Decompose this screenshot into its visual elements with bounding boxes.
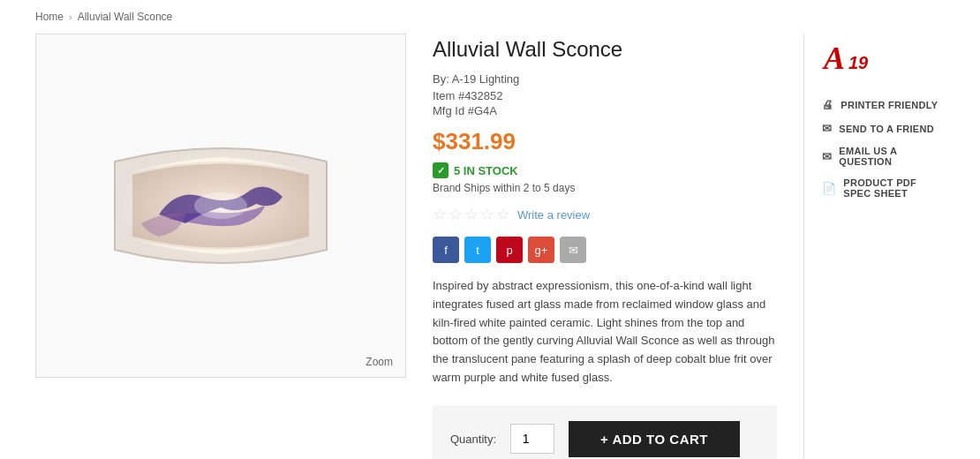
facebook-icon[interactable]: f <box>433 237 459 263</box>
by-line: By: A-19 Lighting <box>433 72 777 86</box>
stock-status: 5 IN STOCK <box>454 164 518 177</box>
write-review-link[interactable]: Write a review <box>517 208 590 222</box>
send-friend-label: SEND TO A FRIEND <box>839 124 934 134</box>
star-2[interactable]: ☆ <box>449 205 463 224</box>
social-icons-row: f t p g+ ✉ <box>433 237 777 263</box>
breadcrumb-arrow: › <box>69 11 72 22</box>
stars-review-row: ☆ ☆ ☆ ☆ ☆ Write a review <box>433 205 777 224</box>
brand-name: A-19 Lighting <box>452 72 520 86</box>
mfg-id: G4A <box>474 104 497 117</box>
brand-logo: A 19 <box>822 39 945 80</box>
star-3[interactable]: ☆ <box>464 205 479 224</box>
item-label: Item # <box>433 89 464 102</box>
quantity-label: Quantity: <box>450 433 496 446</box>
brand-logo-svg: A 19 <box>822 39 893 74</box>
breadcrumb-current: Alluvial Wall Sconce <box>78 11 173 23</box>
email-question-action[interactable]: ✉ EMAIL US A QUESTION <box>822 146 945 167</box>
printer-friendly-label: PRINTER FRIENDLY <box>841 100 938 110</box>
twitter-icon[interactable]: t <box>464 237 491 263</box>
product-description: Inspired by abstract expressionism, this… <box>433 277 777 388</box>
gplus-icon[interactable]: g+ <box>528 237 554 263</box>
send-friend-icon: ✉ <box>822 122 832 135</box>
svg-text:A: A <box>822 41 845 74</box>
product-image <box>88 109 353 303</box>
sidebar-actions: 🖨 PRINTER FRIENDLY ✉ SEND TO A FRIEND ✉ … <box>822 98 945 199</box>
ships-line: Brand Ships within 2 to 5 days <box>433 182 777 194</box>
right-sidebar: A 19 🖨 PRINTER FRIENDLY ✉ SEND TO A FRIE… <box>803 34 945 459</box>
email-question-label: EMAIL US A QUESTION <box>839 146 945 167</box>
product-details: Alluvial Wall Sconce By: A-19 Lighting I… <box>433 34 777 459</box>
star-rating[interactable]: ☆ ☆ ☆ ☆ ☆ <box>433 205 510 224</box>
star-5[interactable]: ☆ <box>496 205 510 224</box>
mfg-label: Mfg Id # <box>433 104 474 117</box>
by-label: By: <box>433 72 449 86</box>
item-line: Item #432852 <box>433 89 777 102</box>
quantity-input[interactable] <box>510 424 554 454</box>
product-title: Alluvial Wall Sconce <box>433 37 777 62</box>
svg-text:19: 19 <box>848 53 869 72</box>
breadcrumb: Home › Alluvial Wall Sconce <box>0 0 980 34</box>
item-number: 432852 <box>464 89 502 102</box>
star-4[interactable]: ☆ <box>480 205 494 224</box>
send-friend-action[interactable]: ✉ SEND TO A FRIEND <box>822 122 945 135</box>
printer-icon: 🖨 <box>822 98 833 111</box>
zoom-label[interactable]: Zoom <box>366 356 393 368</box>
star-1[interactable]: ☆ <box>433 205 447 224</box>
mfg-line: Mfg Id #G4A <box>433 104 777 117</box>
checkmark-icon: ✓ <box>433 162 449 178</box>
pdf-spec-label: PRODUCT PDF SPEC SHEET <box>843 177 945 199</box>
pdf-spec-action[interactable]: 📄 PRODUCT PDF SPEC SHEET <box>822 177 945 199</box>
add-to-cart-row: Quantity: + ADD TO CART <box>433 405 777 459</box>
svg-point-0 <box>194 192 247 219</box>
add-to-cart-button[interactable]: + ADD TO CART <box>569 421 740 457</box>
main-content: Zoom Alluvial Wall Sconce By: A-19 Light… <box>0 34 980 459</box>
printer-friendly-action[interactable]: 🖨 PRINTER FRIENDLY <box>822 98 945 111</box>
email-share-icon[interactable]: ✉ <box>560 237 586 263</box>
product-image-svg <box>88 109 353 303</box>
price: $331.99 <box>433 128 777 155</box>
pdf-icon: 📄 <box>822 182 836 195</box>
email-question-icon: ✉ <box>822 150 832 163</box>
pinterest-icon[interactable]: p <box>496 237 523 263</box>
in-stock-row: ✓ 5 IN STOCK <box>433 162 777 178</box>
product-image-container: Zoom <box>35 34 406 378</box>
breadcrumb-home[interactable]: Home <box>35 11 64 23</box>
